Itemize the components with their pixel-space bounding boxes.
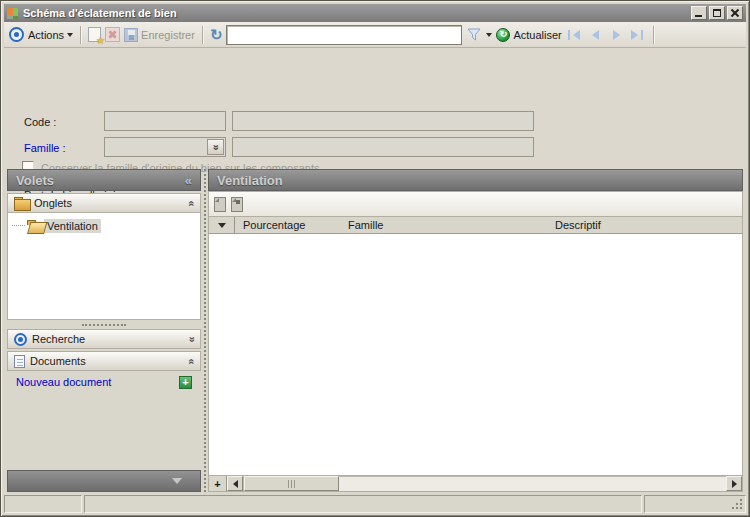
onglets-tree: Ventilation bbox=[7, 213, 201, 320]
sidebar-bottom-bar[interactable] bbox=[7, 470, 201, 492]
ventilation-panel: Ventilation Pourcentage Famille Descript… bbox=[208, 169, 743, 492]
save-button[interactable]: Enregistrer bbox=[124, 28, 195, 42]
delete-line-icon bbox=[231, 197, 243, 212]
status-bar bbox=[4, 493, 746, 513]
scrollbar-track[interactable] bbox=[243, 476, 726, 491]
scroll-left-button[interactable] bbox=[227, 476, 243, 491]
famille-description-input[interactable] bbox=[232, 137, 534, 157]
code-input[interactable] bbox=[104, 111, 226, 131]
double-chevron-down-icon: « bbox=[210, 144, 221, 150]
column-header-descriptif[interactable]: Descriptif bbox=[547, 217, 742, 233]
section-documents[interactable]: Documents « bbox=[7, 351, 201, 371]
ventilation-header: Ventilation bbox=[208, 169, 743, 191]
recherche-label: Recherche bbox=[32, 333, 85, 345]
filter-dropdown-button[interactable] bbox=[486, 33, 492, 37]
arrow-left-icon bbox=[592, 30, 599, 40]
add-row-button[interactable]: + bbox=[209, 476, 227, 491]
first-record-icon bbox=[568, 30, 570, 40]
chevron-down-icon bbox=[67, 33, 73, 37]
new-document-icon: ★ bbox=[88, 27, 101, 42]
arrow-right-icon bbox=[631, 30, 638, 40]
sidebar-volets: Volets « Onglets « Ventilation Recherche bbox=[7, 169, 201, 492]
column-header-pourcentage[interactable]: Pourcentage bbox=[235, 217, 340, 233]
actions-label: Actions bbox=[28, 29, 64, 41]
first-record-button[interactable] bbox=[566, 27, 583, 43]
horizontal-scrollbar[interactable] bbox=[227, 476, 742, 491]
panel-splitter[interactable] bbox=[201, 169, 208, 492]
actions-button[interactable]: Actions bbox=[28, 29, 73, 41]
sidebar-filler bbox=[7, 393, 201, 470]
open-folder-icon bbox=[27, 220, 42, 232]
tree-item-label: Ventilation bbox=[44, 219, 101, 233]
form-area: Code : Famille : « Conserver la famille … bbox=[4, 48, 746, 169]
new-button[interactable]: ★ bbox=[88, 27, 101, 42]
minimize-button[interactable] bbox=[691, 6, 707, 20]
next-record-button[interactable] bbox=[608, 27, 625, 43]
delete-icon bbox=[105, 27, 120, 42]
chevron-down-icon bbox=[172, 478, 182, 484]
toolbar-separator bbox=[202, 26, 203, 44]
ventilation-title: Ventilation bbox=[217, 173, 283, 188]
code-description-input[interactable] bbox=[232, 111, 534, 131]
tree-branch bbox=[12, 225, 25, 226]
last-record-button[interactable] bbox=[629, 27, 646, 43]
maximize-button[interactable] bbox=[709, 6, 725, 20]
tree-item-ventilation[interactable]: Ventilation bbox=[8, 217, 200, 234]
status-cell-right bbox=[644, 495, 746, 513]
titlebar: Schéma d'éclatement de bien bbox=[4, 4, 746, 22]
row-indicator-header[interactable] bbox=[209, 217, 235, 233]
document-icon bbox=[14, 355, 25, 368]
filter-funnel-icon bbox=[466, 27, 482, 42]
sidebar-body: Onglets « Ventilation Recherche « Docume… bbox=[7, 191, 201, 492]
filter-button[interactable] bbox=[466, 27, 482, 42]
column-header-famille[interactable]: Famille bbox=[340, 217, 547, 233]
refresh-button[interactable]: ↻ bbox=[210, 27, 223, 42]
scrollbar-thumb[interactable] bbox=[244, 476, 339, 491]
arrow-left-icon bbox=[233, 480, 238, 488]
famille-select[interactable]: « bbox=[104, 137, 226, 157]
last-record-icon bbox=[641, 30, 643, 40]
filter-dropdown-icon bbox=[486, 33, 492, 37]
grid-header: Pourcentage Famille Descriptif bbox=[208, 216, 743, 234]
search-input[interactable] bbox=[226, 25, 462, 45]
delete-button[interactable] bbox=[105, 27, 120, 42]
actualiser-button[interactable]: ↻ Actualiser bbox=[496, 28, 561, 42]
star-icon: ★ bbox=[96, 36, 105, 46]
arrow-right-icon bbox=[613, 30, 620, 40]
grid-toolbar bbox=[208, 191, 743, 216]
resize-grip[interactable] bbox=[740, 507, 742, 509]
window-controls bbox=[691, 6, 743, 20]
toolbar-separator bbox=[80, 26, 81, 44]
previous-record-button[interactable] bbox=[587, 27, 604, 43]
section-recherche[interactable]: Recherche « bbox=[7, 329, 201, 349]
collapse-section-icon: « bbox=[185, 200, 196, 206]
sidebar-header: Volets « bbox=[7, 169, 201, 191]
actualiser-label: Actualiser bbox=[513, 29, 561, 41]
delete-line-button[interactable] bbox=[231, 197, 243, 212]
minimize-icon bbox=[695, 15, 702, 17]
add-line-icon bbox=[214, 197, 226, 212]
close-button[interactable] bbox=[727, 6, 743, 20]
save-label: Enregistrer bbox=[141, 29, 195, 41]
toolbar-separator bbox=[653, 26, 654, 44]
sidebar-splitter-handle[interactable] bbox=[7, 320, 201, 329]
save-icon bbox=[124, 28, 138, 42]
add-line-button[interactable] bbox=[214, 197, 226, 212]
scroll-right-button[interactable] bbox=[726, 476, 742, 491]
add-document-button[interactable]: + bbox=[179, 376, 192, 389]
window-title: Schéma d'éclatement de bien bbox=[23, 7, 177, 19]
arrow-right-icon bbox=[732, 480, 737, 488]
new-document-link[interactable]: Nouveau document bbox=[16, 376, 111, 388]
app-window: Schéma d'éclatement de bien Actions ★ En… bbox=[0, 0, 750, 517]
close-icon bbox=[730, 8, 740, 18]
row-indicator-icon bbox=[218, 223, 226, 228]
arrow-left-icon bbox=[573, 30, 580, 40]
grid-body[interactable] bbox=[208, 234, 743, 475]
collapse-sidebar-button[interactable]: « bbox=[185, 173, 192, 188]
code-label: Code : bbox=[24, 116, 56, 129]
famille-dropdown-button[interactable]: « bbox=[207, 139, 224, 155]
grid-bottom-bar: + bbox=[208, 475, 743, 492]
documents-label: Documents bbox=[30, 355, 86, 367]
recherche-icon bbox=[14, 333, 27, 346]
section-onglets[interactable]: Onglets « bbox=[7, 193, 201, 213]
